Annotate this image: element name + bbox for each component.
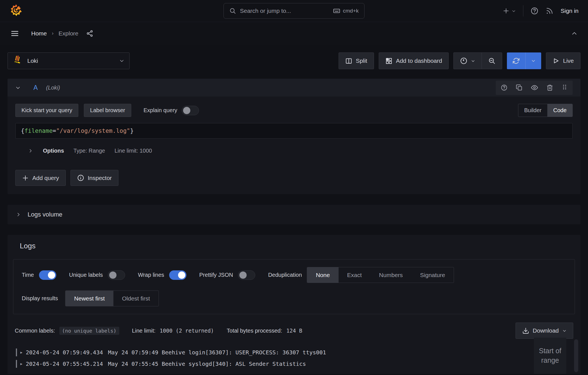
order-oldest-first[interactable]: Oldest first bbox=[113, 291, 159, 306]
global-search-input[interactable]: Search or jump to... cmd+k bbox=[223, 3, 365, 19]
log-timestamp: 2024-05-24 07:55:45.214 bbox=[26, 360, 103, 367]
refresh-icon[interactable] bbox=[507, 52, 525, 69]
options-label[interactable]: Options bbox=[43, 148, 64, 154]
help-icon[interactable] bbox=[531, 7, 538, 15]
breadcrumb-bar: Home › Explore bbox=[0, 22, 588, 45]
loki-logo-icon bbox=[13, 55, 23, 67]
time-picker-button[interactable] bbox=[453, 52, 482, 69]
top-nav-bar: Search or jump to... cmd+k Sign in bbox=[0, 0, 588, 22]
time-toggle-group: Time bbox=[22, 270, 56, 280]
line-limit-value: 1000 (2 returned) bbox=[160, 328, 214, 334]
plus-icon bbox=[22, 175, 29, 181]
add-to-dashboard-button[interactable]: Add to dashboard bbox=[379, 52, 449, 69]
options-type-summary: Type: Range bbox=[74, 148, 105, 154]
refresh-interval-chevron[interactable] bbox=[526, 52, 541, 69]
log-timestamp: 2024-05-24 07:59:49.434 bbox=[26, 349, 103, 356]
query-help-icon[interactable] bbox=[501, 84, 507, 91]
log-expand-chevron-icon[interactable]: ▸ bbox=[20, 350, 23, 355]
add-to-dashboard-label: Add to dashboard bbox=[396, 57, 442, 64]
download-label: Download bbox=[533, 327, 559, 334]
log-level-bar bbox=[16, 360, 17, 368]
news-rss-icon[interactable] bbox=[546, 7, 553, 15]
label-browser-button[interactable]: Label browser bbox=[84, 104, 131, 117]
log-navigation-start-of-range[interactable]: Start of range bbox=[534, 338, 566, 374]
wrap-lines-toggle-group: Wrap lines bbox=[138, 270, 186, 280]
log-expand-chevron-icon[interactable]: ▸ bbox=[20, 361, 23, 366]
download-icon bbox=[522, 327, 529, 334]
run-query-refresh-button[interactable] bbox=[507, 52, 541, 69]
download-button[interactable]: Download bbox=[516, 323, 573, 339]
sign-in-button[interactable]: Sign in bbox=[561, 8, 579, 14]
dedup-option-exact[interactable]: Exact bbox=[339, 267, 371, 283]
logql-query-input[interactable]: {filename="/var/log/system.log"} bbox=[15, 123, 573, 139]
query-ref-id[interactable]: A bbox=[33, 84, 38, 92]
zoom-out-time-button[interactable] bbox=[482, 52, 502, 69]
prettify-json-toggle-label: Prettify JSON bbox=[199, 272, 233, 278]
explain-query-control: Explain query bbox=[144, 106, 199, 115]
drag-handle-icon[interactable] bbox=[562, 84, 568, 92]
code-mode-tab[interactable]: Code bbox=[547, 104, 572, 117]
line-limit-label: Line limit: bbox=[132, 328, 155, 334]
log-navigation-scrollbar[interactable] bbox=[574, 339, 578, 372]
dedup-option-none[interactable]: None bbox=[307, 267, 338, 283]
search-icon bbox=[229, 8, 236, 14]
collapse-query-chevron-icon[interactable] bbox=[15, 85, 21, 90]
divider bbox=[523, 5, 523, 16]
logs-panel: Logs Time Unique labels Wrap lines Prett… bbox=[8, 235, 580, 374]
log-level-bar bbox=[16, 348, 17, 356]
toolbar-actions: Split Add to dashboard bbox=[339, 52, 580, 69]
breadcrumb: Home › Explore bbox=[31, 30, 78, 37]
logs-volume-expand-chevron-icon[interactable] bbox=[16, 212, 21, 217]
new-menu-button[interactable] bbox=[503, 8, 516, 14]
common-labels-value: (no unique labels) bbox=[59, 327, 119, 335]
query-row-header[interactable]: A (Loki) bbox=[8, 79, 580, 97]
play-icon bbox=[553, 57, 559, 64]
clock-icon bbox=[460, 57, 467, 64]
log-row[interactable]: ▸ 2024-05-24 07:59:49.434 May 24 07:59:4… bbox=[16, 347, 575, 358]
expr-equals: = bbox=[53, 128, 56, 134]
query-row-actions bbox=[496, 81, 573, 95]
keyboard-icon bbox=[333, 7, 340, 15]
breadcrumb-home-link[interactable]: Home bbox=[31, 30, 47, 37]
order-newest-first[interactable]: Newest first bbox=[65, 291, 113, 306]
share-icon[interactable] bbox=[86, 30, 93, 37]
prettify-json-toggle[interactable] bbox=[238, 270, 255, 280]
wrap-lines-toggle[interactable] bbox=[169, 270, 186, 280]
total-bytes-value: 124 B bbox=[286, 328, 302, 334]
info-circle-icon bbox=[77, 174, 84, 181]
dedup-option-signature[interactable]: Signature bbox=[411, 267, 454, 283]
log-row[interactable]: ▸ 2024-05-24 07:55:45.214 May 24 07:55:4… bbox=[16, 358, 575, 369]
breadcrumb-separator: › bbox=[52, 30, 54, 36]
add-query-button[interactable]: Add query bbox=[15, 170, 66, 186]
display-results-label: Display results bbox=[22, 295, 58, 302]
grafana-logo[interactable] bbox=[9, 4, 23, 18]
builder-mode-tab[interactable]: Builder bbox=[518, 104, 547, 117]
inspector-button[interactable]: Inspector bbox=[71, 170, 118, 186]
kick-start-query-button[interactable]: Kick start your query bbox=[15, 104, 78, 117]
apps-grid-icon bbox=[385, 57, 392, 64]
options-expand-chevron-icon[interactable] bbox=[28, 148, 33, 153]
logs-volume-section[interactable]: Logs volume bbox=[8, 205, 580, 224]
dedup-option-numbers[interactable]: Numbers bbox=[370, 267, 411, 283]
toggle-visibility-eye-icon[interactable] bbox=[531, 84, 538, 91]
chevron-down-icon bbox=[562, 329, 567, 333]
collapse-panel-chevron-up-icon[interactable] bbox=[571, 30, 577, 37]
total-bytes-label: Total bytes processed: bbox=[227, 328, 282, 334]
chevron-down-icon bbox=[471, 59, 475, 63]
live-button[interactable]: Live bbox=[546, 52, 580, 69]
menu-hamburger-icon[interactable] bbox=[11, 29, 19, 38]
time-range-group bbox=[453, 52, 502, 69]
explain-query-toggle[interactable] bbox=[182, 106, 199, 115]
duplicate-query-icon[interactable] bbox=[516, 84, 523, 91]
logs-panel-title: Logs bbox=[13, 242, 575, 250]
time-toggle[interactable] bbox=[39, 270, 56, 280]
unique-labels-toggle-group: Unique labels bbox=[69, 270, 125, 280]
zoom-out-icon bbox=[488, 57, 495, 64]
unique-labels-toggle[interactable] bbox=[108, 270, 125, 280]
delete-query-trash-icon[interactable] bbox=[546, 84, 553, 91]
split-button[interactable]: Split bbox=[339, 52, 374, 69]
query-options-row[interactable]: Options Type: Range Line limit: 1000 bbox=[15, 144, 573, 157]
datasource-picker[interactable]: Loki bbox=[8, 52, 130, 69]
query-datasource-hint: (Loki) bbox=[46, 85, 60, 91]
log-message: May 24 07:59:49 Beehive login[36307]: US… bbox=[108, 349, 326, 356]
